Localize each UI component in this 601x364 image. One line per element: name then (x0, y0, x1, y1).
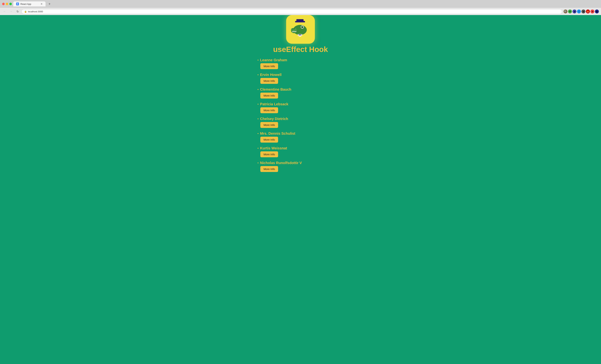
svg-point-6 (291, 28, 297, 31)
ext-icon-6[interactable]: 🦊 (586, 10, 590, 13)
ext-icon-5[interactable]: ◈ (581, 10, 585, 13)
user-name: Nicholas Runolfsdottir V (260, 161, 302, 165)
list-item: Leanne GrahamMore Info (258, 58, 354, 69)
ext-icon-3[interactable]: ◑ (572, 10, 576, 13)
list-item: Nicholas Runolfsdottir VMore Info (258, 161, 354, 172)
minimize-button[interactable] (6, 3, 8, 5)
tab-favicon: R (16, 2, 19, 5)
user-name: Chelsey Dietrich (260, 117, 288, 121)
more-info-button[interactable]: More Info (260, 107, 278, 113)
list-item: Chelsey DietrichMore Info (258, 117, 354, 128)
svg-rect-2 (295, 22, 305, 22)
close-button[interactable] (2, 3, 5, 5)
ext-icon-8[interactable]: ◉ (595, 10, 599, 13)
maximize-button[interactable] (9, 3, 12, 5)
svg-point-8 (294, 28, 295, 29)
more-info-button[interactable]: More Info (260, 137, 278, 143)
svg-rect-1 (296, 19, 303, 22)
tab-close-button[interactable]: ✕ (40, 2, 43, 5)
user-name: Mrs. Dennis Schulist (260, 132, 295, 135)
app-title: useEffect Hook (273, 45, 328, 54)
users-list: Leanne GrahamMore InfoErvin HowellMore I… (247, 58, 354, 176)
more-info-button[interactable]: More Info (260, 93, 278, 98)
more-info-button[interactable]: More Info (260, 78, 278, 84)
list-item: Clementine BauchMore Info (258, 87, 354, 98)
tab-title: React App (20, 3, 31, 5)
back-button[interactable]: ← (2, 9, 7, 14)
user-name: Ervin Howell (260, 73, 281, 77)
svg-point-7 (292, 29, 293, 29)
list-item: Mrs. Dennis SchulistMore Info (258, 132, 354, 143)
ext-icon-4[interactable]: ⬡ (577, 10, 581, 13)
more-info-button[interactable]: More Info (260, 63, 278, 69)
address-bar[interactable]: 🔒 localhost:3000 (21, 9, 562, 14)
new-tab-button[interactable]: + (47, 1, 52, 6)
ext-icon-7[interactable]: ⊕ (591, 10, 594, 13)
browser-tab[interactable]: R React App ✕ (13, 1, 46, 6)
browser-toolbar: ← → ↻ 🔒 localhost:3000 🔍 ★ ◑ ⬡ ◈ 🦊 ⊕ ◉ (0, 8, 601, 15)
ext-icon-1[interactable]: 🔍 (563, 10, 568, 13)
ext-icon-2[interactable]: ★ (568, 10, 572, 13)
app-logo (286, 15, 315, 44)
browser-chrome: R React App ✕ + ← → ↻ 🔒 localhost:3000 🔍… (0, 0, 601, 15)
user-name: Leanne Graham (260, 58, 287, 62)
user-name: Patricia Lebsack (260, 102, 288, 106)
traffic-lights (2, 3, 12, 5)
svg-point-12 (302, 27, 303, 27)
url-display: localhost:3000 (28, 10, 43, 13)
more-info-button[interactable]: More Info (260, 166, 278, 172)
list-item: Kurtis WeissnatMore Info (258, 146, 354, 157)
forward-button[interactable]: → (9, 9, 14, 14)
app-content: useEffect Hook Leanne GrahamMore InfoErv… (0, 15, 601, 364)
logo-svg (289, 18, 312, 41)
more-info-button[interactable]: More Info (260, 122, 278, 128)
user-name: Clementine Bauch (260, 87, 291, 91)
list-item: Ervin HowellMore Info (258, 73, 354, 84)
more-info-button[interactable]: More Info (260, 151, 278, 157)
reload-button[interactable]: ↻ (15, 9, 20, 14)
browser-titlebar: R React App ✕ + (0, 0, 601, 8)
browser-extensions: 🔍 ★ ◑ ⬡ ◈ 🦊 ⊕ ◉ (563, 10, 599, 13)
list-item: Patricia LebsackMore Info (258, 102, 354, 113)
user-name: Kurtis Weissnat (260, 146, 287, 150)
